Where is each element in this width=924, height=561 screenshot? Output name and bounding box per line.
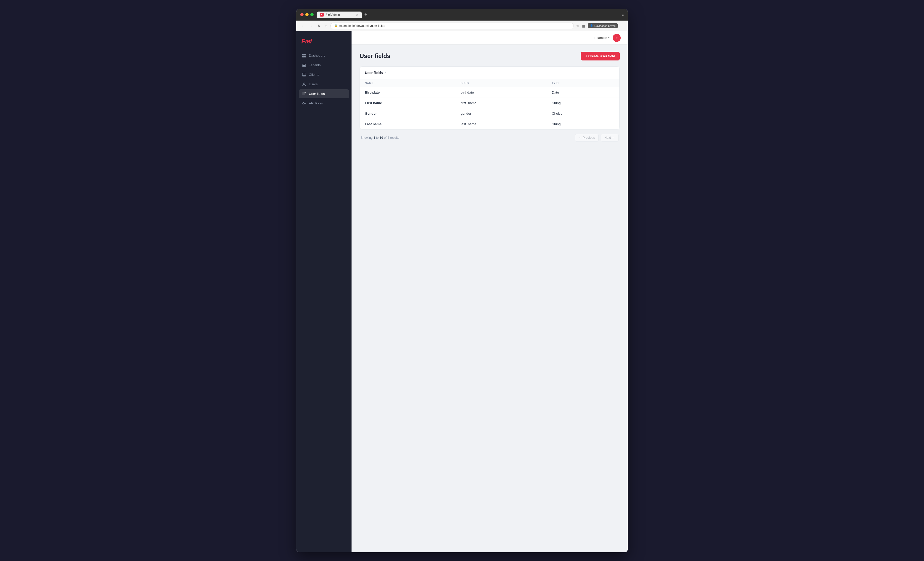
svg-rect-1: [304, 54, 306, 55]
cell-slug: birthdate: [456, 87, 547, 97]
private-mode-label: Navigation privée: [594, 24, 616, 27]
pagination-info: Showing 1 to 10 of 4 results: [360, 136, 399, 139]
svg-rect-4: [303, 65, 304, 66]
browser-window: F Fief Admin ✕ + ≡ ← → ↻ ⌂ 🔒 example.fie…: [296, 9, 628, 552]
sidebar-item-tenants[interactable]: Tenants: [299, 61, 349, 70]
tab-close-button[interactable]: ✕: [356, 13, 358, 16]
sidebar-item-label: Clients: [309, 73, 319, 76]
user-fields-icon: [302, 91, 306, 96]
svg-rect-5: [304, 65, 305, 66]
chevron-down-icon: ▾: [608, 36, 610, 39]
svg-rect-6: [302, 73, 306, 76]
table-row[interactable]: Last name last_name String: [360, 119, 620, 129]
user-fields-table: NAME ↑ SLUG TYPE: [360, 79, 620, 129]
pagination-to-prefix: to: [375, 136, 380, 139]
addressbar-actions: ☆ ▦ 👤 Navigation privée ⋮: [576, 23, 624, 28]
table-row[interactable]: Gender gender Choice: [360, 108, 620, 119]
browser-menu-button[interactable]: ≡: [622, 13, 624, 17]
browser-addressbar: ← → ↻ ⌂ 🔒 example.fief.dev/admin/user-fi…: [296, 21, 628, 31]
user-fields-table-card: User fields 4 NAME ↑ SLUG: [360, 66, 620, 129]
sidebar-item-label: Dashboard: [309, 54, 326, 57]
pagination-total: 4: [387, 136, 389, 139]
address-bar[interactable]: 🔒 example.fief.dev/admin/user-fields: [330, 22, 574, 29]
sort-icon: ↑: [375, 82, 376, 85]
svg-point-8: [304, 92, 306, 93]
topbar-right: Example ▾ F: [594, 34, 621, 42]
app-layout: Fief Dashboard Tenants: [296, 31, 628, 552]
maximize-button[interactable]: [310, 13, 314, 16]
sidebar-item-clients[interactable]: Clients: [299, 70, 349, 79]
user-avatar[interactable]: F: [613, 34, 621, 42]
column-header-slug: SLUG: [456, 79, 547, 87]
cell-name: First name: [360, 97, 456, 108]
next-button[interactable]: Next →: [601, 134, 619, 142]
cell-slug: gender: [456, 108, 547, 119]
address-text: example.fief.dev/admin/user-fields: [339, 24, 385, 28]
create-user-field-button[interactable]: + Create User field: [581, 52, 620, 60]
table-row[interactable]: First name first_name String: [360, 97, 620, 108]
clients-icon: [302, 72, 306, 77]
tab-title: Fief Admin: [326, 13, 340, 16]
dashboard-icon: [302, 54, 306, 58]
users-icon: [302, 82, 306, 87]
bookmark-icon[interactable]: ☆: [576, 24, 579, 28]
cell-name: Last name: [360, 119, 456, 129]
private-mode-indicator: 👤 Navigation privée: [588, 23, 618, 28]
browser-titlebar: F Fief Admin ✕ + ≡: [296, 9, 628, 21]
pagination-of-prefix: of: [383, 136, 387, 139]
cell-name: Birthdate: [360, 87, 456, 97]
page-body: User fields + Create User field User fie…: [351, 45, 628, 148]
cell-slug: first_name: [456, 97, 547, 108]
topbar: Example ▾ F: [351, 31, 628, 45]
cell-type: String: [547, 119, 620, 129]
svg-rect-2: [302, 56, 304, 57]
svg-rect-3: [304, 56, 306, 57]
main-content: Example ▾ F User fields + Create User fi…: [351, 31, 628, 552]
minimize-button[interactable]: [305, 13, 309, 16]
table-card-title: User fields: [365, 71, 383, 75]
cell-type: String: [547, 97, 620, 108]
tab-favicon: F: [320, 13, 324, 16]
new-tab-button[interactable]: +: [363, 12, 369, 17]
sidebar-nav: Dashboard Tenants Clients: [296, 51, 351, 108]
close-button[interactable]: [300, 13, 304, 16]
sidebar-item-user-fields[interactable]: User fields: [299, 89, 349, 98]
pagination-suffix: results: [389, 136, 399, 139]
pagination-row: Showing 1 to 10 of 4 results ← Previous …: [360, 134, 620, 142]
sidebar-item-label: User fields: [309, 92, 325, 96]
svg-rect-0: [302, 54, 304, 55]
column-header-name[interactable]: NAME ↑: [360, 79, 456, 87]
browser-settings-icon[interactable]: ⋮: [620, 24, 624, 28]
sidebar-item-api-keys[interactable]: API Keys: [299, 99, 349, 108]
previous-button[interactable]: ← Previous: [575, 134, 599, 142]
cell-slug: last_name: [456, 119, 547, 129]
cell-type: Date: [547, 87, 620, 97]
forward-button[interactable]: →: [308, 23, 314, 29]
traffic-lights: [300, 13, 314, 16]
home-button[interactable]: ⌂: [324, 23, 328, 29]
active-tab[interactable]: F Fief Admin ✕: [316, 12, 362, 18]
refresh-button[interactable]: ↻: [316, 23, 321, 29]
back-button[interactable]: ←: [300, 23, 306, 29]
sidebar-item-dashboard[interactable]: Dashboard: [299, 51, 349, 60]
cell-name: Gender: [360, 108, 456, 119]
api-keys-icon: [302, 101, 306, 106]
page-header: User fields + Create User field: [360, 52, 620, 60]
pagination-showing-prefix: Showing: [360, 136, 374, 139]
private-mode-icon: 👤: [590, 24, 593, 27]
lock-icon: 🔒: [334, 24, 338, 27]
svg-point-7: [303, 83, 305, 84]
logo-text: Fief: [301, 37, 346, 45]
tenants-icon: [302, 63, 306, 67]
table-card-count: 4: [385, 71, 387, 75]
sidebar-toggle-icon[interactable]: ▦: [582, 24, 585, 28]
column-header-type: TYPE: [547, 79, 620, 87]
table-card-header: User fields 4: [360, 67, 620, 79]
table-row[interactable]: Birthdate birthdate Date: [360, 87, 620, 97]
pagination-to: 10: [380, 136, 383, 139]
sidebar: Fief Dashboard Tenants: [296, 31, 351, 552]
sidebar-item-users[interactable]: Users: [299, 80, 349, 89]
sidebar-logo: Fief: [296, 36, 351, 51]
cell-type: Choice: [547, 108, 620, 119]
tenant-selector[interactable]: Example ▾: [594, 36, 610, 40]
